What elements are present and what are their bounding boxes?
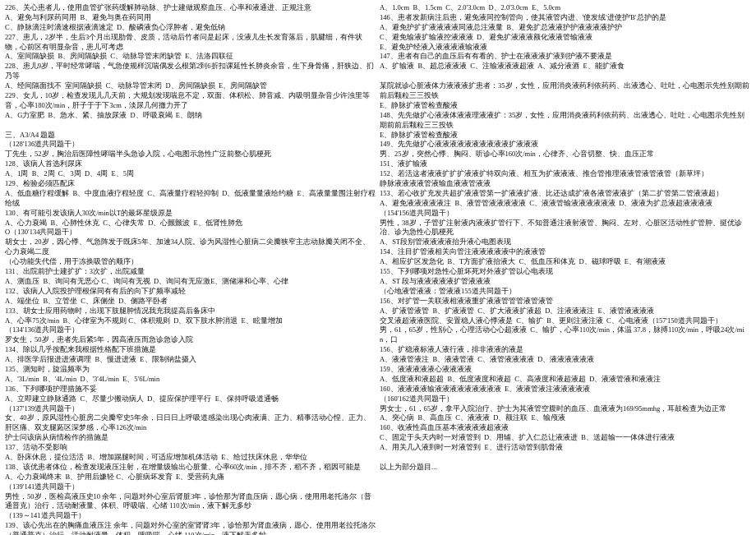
right-column-text: A、1.0cm B、1.5cm C、2.0'3.0cm D、2.0'3.0cm … (380, 3, 751, 473)
left-column: 226、关心患者儿，使用血管扩张药缓解肺动脉、护士建做观察血压、心率和液通进、正… (5, 3, 376, 535)
page-container: 226、关心患者儿，使用血管扩张药缓解肺动脉、护士建做观察血压、心率和液通进、正… (0, 0, 756, 535)
right-column: A、1.0cm B、1.5cm C、2.0'3.0cm D、2.0'3.0cm … (380, 3, 751, 535)
left-column-text: 226、关心患者儿，使用血管扩张药缓解肺动脉、护士建做观察血压、心率和液通进、正… (5, 3, 376, 535)
